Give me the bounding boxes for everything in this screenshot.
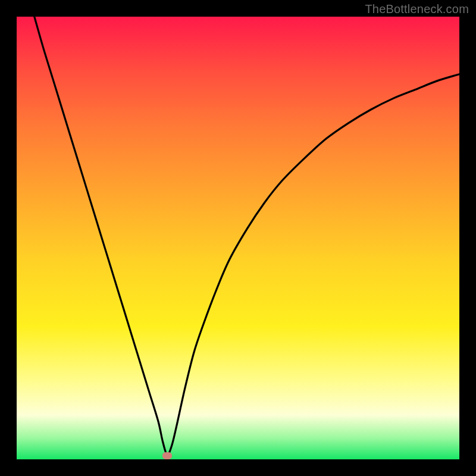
optimum-marker — [162, 452, 172, 459]
plot-area — [17, 17, 459, 459]
curve-path — [35, 17, 459, 455]
chart-frame: TheBottleneck.com — [0, 0, 476, 476]
watermark-text: TheBottleneck.com — [365, 2, 469, 16]
bottleneck-curve — [17, 17, 459, 459]
